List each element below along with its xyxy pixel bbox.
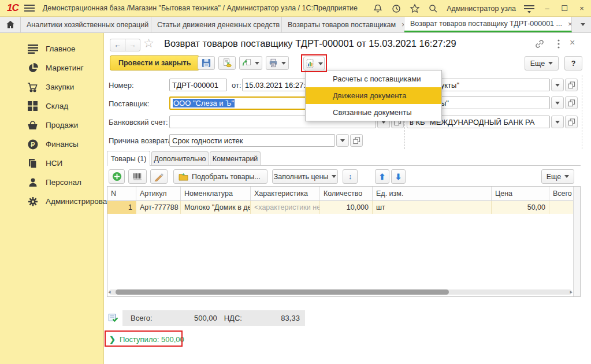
menu-item-document-movements[interactable]: Движения документа (306, 87, 441, 104)
date-label: от: (232, 81, 241, 90)
forward-button[interactable]: → (125, 39, 140, 51)
sidebar-item-sales[interactable]: Продажи (0, 116, 103, 135)
reason-dropdown-button[interactable] (336, 134, 349, 147)
form-splitter-right[interactable] (582, 75, 582, 149)
store-open-button[interactable] (565, 96, 578, 109)
service-menu-icon[interactable] (524, 3, 534, 14)
sidebar-item-warehouse[interactable]: Склад (0, 96, 103, 116)
favorites-icon[interactable] (410, 3, 420, 14)
main-menu-icon[interactable] (24, 3, 35, 13)
date-field[interactable]: 15.03.2021 16:27:29 (242, 79, 309, 91)
post-document-button[interactable] (218, 56, 236, 70)
favorite-star-icon[interactable]: ☆ (143, 36, 154, 50)
cell-characteristic[interactable]: <характеристики не и... (251, 201, 320, 214)
menu-item-supplier-settlements[interactable]: Расчеты с поставщиками (306, 70, 441, 87)
scroll-left-icon[interactable]: ◂ (108, 289, 111, 295)
print-button[interactable] (266, 56, 289, 70)
floppy-icon (202, 58, 211, 68)
maximize-button[interactable]: ☐ (560, 4, 569, 13)
supplier-label: Поставщик: (109, 99, 149, 108)
tab-cashflow-items[interactable]: Статьи движения денежных средств × (151, 17, 282, 32)
save-button[interactable] (198, 56, 215, 70)
table-vertical-scrollbar[interactable] (573, 187, 580, 296)
cell-n[interactable]: 1 (107, 201, 136, 214)
move-row-up-button[interactable]: ⬆ (375, 169, 389, 184)
barcode-scan-button[interactable] (128, 169, 147, 184)
table-row[interactable]: 1 Арт-777788 Молоко "Домик в дер... <хар… (107, 201, 580, 214)
help-button[interactable]: ? (564, 56, 582, 70)
org-bank-open-button[interactable] (565, 116, 578, 128)
sidebar-item-marketing[interactable]: Маркетинг (0, 58, 103, 77)
posted-document-icon[interactable] (108, 313, 118, 323)
close-window-button[interactable]: × (577, 4, 586, 13)
tab-return-document[interactable]: Возврат товаров поставщику ТДРТ-000001 .… (404, 17, 572, 32)
organization-dropdown-button[interactable] (551, 79, 564, 91)
minimize-button[interactable]: – (542, 4, 552, 13)
table-horizontal-scrollbar[interactable]: ◂ ▸ (109, 289, 572, 295)
cell-price[interactable]: 50,00 (492, 201, 549, 214)
kebab-menu-icon[interactable] (553, 39, 564, 49)
home-tab[interactable] (0, 17, 21, 32)
fill-prices-button[interactable]: Заполнить цены (272, 169, 338, 184)
reason-open-button[interactable] (350, 134, 363, 147)
get-link-icon[interactable] (534, 39, 545, 49)
tab-additional[interactable]: Дополнительно (151, 151, 209, 166)
pick-items-button[interactable]: Подобрать товары... (173, 169, 267, 184)
search-icon[interactable] (428, 3, 438, 14)
add-row-button[interactable] (109, 169, 125, 184)
tab-returns-list[interactable]: Возвраты товаров поставщикам × (282, 17, 404, 32)
resize-rows-button[interactable]: ↕ (343, 169, 358, 184)
sidebar-item-finance[interactable]: Р Финансы (0, 135, 103, 154)
org-bank-dropdown-button[interactable] (551, 116, 564, 128)
col-quantity[interactable]: Количество (320, 187, 373, 201)
number-field[interactable]: ТДРТ-000001 (169, 79, 227, 91)
received-expander[interactable]: ❯ Поступило: 500,00 (106, 332, 190, 347)
report-chart-icon (306, 59, 315, 68)
more-button[interactable]: Еще (525, 56, 559, 70)
return-reason-field[interactable]: Срок годности истек (169, 134, 335, 147)
cell-nomenclature[interactable]: Молоко "Домик в дер... (181, 201, 251, 214)
col-total[interactable]: Всего (549, 187, 573, 201)
sidebar-item-nsi[interactable]: НСИ (0, 154, 103, 173)
tab-close-icon[interactable]: × (400, 20, 404, 29)
notifications-icon[interactable] (373, 3, 383, 14)
history-icon[interactable] (391, 3, 402, 14)
sidebar-item-purchases[interactable]: Закупки (0, 77, 103, 96)
cell-article[interactable]: Арт-777788 (136, 201, 181, 214)
reports-button[interactable] (303, 57, 325, 70)
col-price[interactable]: Цена (492, 187, 549, 201)
back-button[interactable]: ← (110, 39, 125, 51)
sidebar-item-main[interactable]: Главное (0, 39, 103, 58)
cell-quantity[interactable]: 10,000 (320, 201, 373, 214)
tab-close-icon[interactable]: × (567, 20, 572, 28)
move-row-down-button[interactable]: ⬇ (391, 169, 406, 184)
tabs-overflow-button[interactable] (575, 17, 591, 32)
current-user[interactable]: Администратор узла (447, 5, 516, 13)
cell-unit[interactable]: шт (373, 201, 492, 214)
app-window: 1С Демонстрационная база /Магазин "Бытов… (0, 0, 591, 364)
col-article[interactable]: Артикул (136, 187, 181, 201)
close-document-icon[interactable]: × (570, 38, 575, 48)
tab-comment[interactable]: Комментарий (210, 151, 261, 166)
sidebar-item-administration[interactable]: Администрирование (0, 192, 103, 211)
chevron-down-icon (318, 62, 323, 65)
col-nomenclature[interactable]: Номенклатура (181, 187, 251, 201)
post-document-icon (222, 58, 232, 68)
tab-analytics[interactable]: Аналитики хозяйственных операций × (21, 17, 151, 32)
post-and-close-button[interactable]: Провести и закрыть (110, 55, 199, 70)
menu-item-related-documents[interactable]: Связанные документы (306, 104, 441, 121)
col-characteristic[interactable]: Характеристика (251, 187, 320, 201)
col-unit[interactable]: Ед. изм. (373, 187, 492, 201)
tab-goods[interactable]: Товары (1) (107, 151, 150, 166)
scroll-right-icon[interactable]: ▸ (570, 289, 573, 295)
create-based-on-button[interactable] (239, 56, 262, 70)
items-more-button[interactable]: Еще (541, 169, 574, 184)
scrollbar-thumb[interactable] (116, 289, 449, 295)
home-icon (6, 20, 15, 29)
organization-open-button[interactable] (565, 79, 578, 91)
cell-total[interactable] (549, 201, 573, 214)
store-dropdown-button[interactable] (551, 96, 564, 109)
sidebar-item-personnel[interactable]: Персонал (0, 173, 103, 192)
col-n[interactable]: N (107, 187, 136, 201)
edit-row-button[interactable] (150, 169, 168, 184)
